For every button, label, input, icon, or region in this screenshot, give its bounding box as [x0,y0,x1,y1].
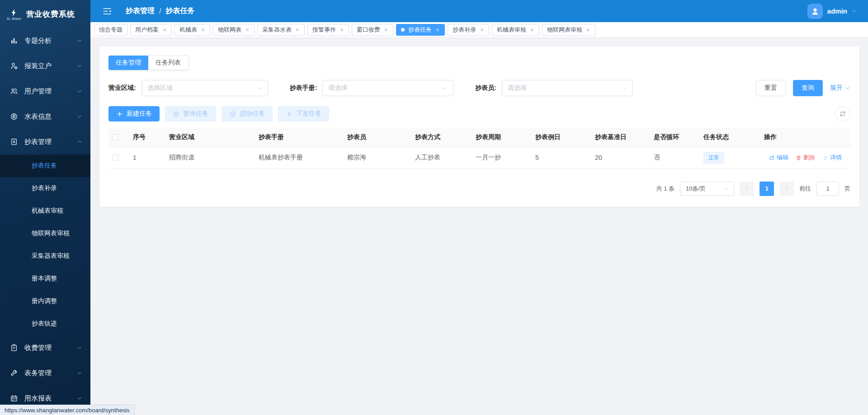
sidebar-item-special-analysis[interactable]: 专题分析 [0,28,90,53]
region-select-placeholder: 选择区域 [147,84,173,92]
current-page-button[interactable]: 1 [760,182,774,196]
cell-loop: 否 [650,147,700,168]
status-badge: 正常 [703,152,724,163]
close-icon[interactable] [245,28,250,32]
close-icon[interactable] [586,28,590,32]
filter-actions: 重置 查询 展开 [756,80,850,96]
chevron-right-icon [822,155,828,161]
prev-page-button[interactable] [740,182,754,196]
open-tab[interactable]: 综合专题 [94,24,127,36]
app-title: 营业收费系统 [26,9,75,19]
select-all-cell [108,128,129,147]
cell-method: 人工抄表 [411,147,472,168]
clipboard-icon [10,344,18,352]
open-tab[interactable]: 报警事件 [307,24,349,36]
delete-link[interactable]: 删除 [796,154,815,162]
close-icon[interactable] [435,28,440,32]
goto-page-input[interactable] [816,182,839,196]
row-checkbox[interactable] [112,154,118,161]
region-select[interactable]: 选择区域 [142,80,268,96]
sidebar-subitem-label: 册内调整 [32,297,57,305]
sidebar-subitem[interactable]: 册本调整 [0,267,90,290]
column-header: 抄表员 [344,128,411,147]
create-task-button[interactable]: 新建任务 [108,106,160,121]
open-tab[interactable]: 机械表审核 [492,24,539,36]
sidebar-subitem[interactable]: 抄表任务 [0,154,90,177]
close-icon[interactable] [162,28,167,32]
edit-link[interactable]: 编辑 [769,154,788,162]
sidebar-item-meter-info[interactable]: 水表信息 [0,104,90,129]
avatar [807,4,823,19]
close-icon[interactable] [480,28,484,32]
sidebar-item-installation[interactable]: 报装立户 [0,53,90,79]
search-button[interactable]: 查询 [793,80,823,96]
app-logo: SL.Water 营业收费系统 [0,0,90,28]
top-header: 抄表管理 / 抄表任务 admin [90,0,868,22]
close-icon[interactable] [340,28,344,32]
sidebar-subitem[interactable]: 册内调整 [0,290,90,312]
wrench-icon [10,369,18,377]
expand-link[interactable]: 展开 [830,84,850,92]
cell-cycle: 一月一抄 [472,147,532,168]
sidebar-subitem[interactable]: 抄表补录 [0,177,90,200]
download-icon [286,111,292,117]
reader-select[interactable]: 请选择 [502,80,633,96]
start-task-button[interactable]: 启动任务 [222,106,273,121]
close-icon[interactable] [295,28,300,32]
close-icon[interactable] [201,28,205,32]
sidebar-item-label: 水表信息 [24,112,52,121]
tab-task-list[interactable]: 任务列表 [148,56,189,70]
start-task-label: 启动任务 [240,110,265,118]
pause-task-button[interactable]: 暂停任务 [165,106,216,121]
sidebar-item-user-mgmt[interactable]: 用户管理 [0,79,90,104]
delete-label: 删除 [803,154,815,162]
book-select-placeholder: 请选择 [328,84,347,92]
tab-task-manage[interactable]: 任务管理 [108,56,148,70]
chevron-left-icon [744,186,750,191]
open-tab[interactable]: 抄表补录 [448,24,489,36]
sidebar-subitem[interactable]: 机械表审核 [0,200,90,222]
chevron-down-icon [622,85,627,91]
dispatch-task-button[interactable]: 下发任务 [278,106,329,121]
open-tab[interactable]: 物联网表 [213,24,255,36]
sidebar-item-meter-affairs[interactable]: 表务管理 [0,360,90,386]
sidebar-subitem[interactable]: 物联网表审核 [0,222,90,245]
menu-collapse-icon[interactable] [102,6,112,16]
next-page-button[interactable] [779,182,794,196]
chevron-down-icon [845,85,850,91]
user-menu[interactable]: admin [807,4,856,19]
sidebar-subitem[interactable]: 采集器表审核 [0,245,90,267]
sidebar-item-label: 报装立户 [24,62,52,70]
open-tab[interactable]: 抄表任务 [396,24,445,36]
sidebar-item-fee-mgmt[interactable]: 收费管理 [0,335,90,360]
breadcrumb-parent[interactable]: 抄表管理 [126,6,155,16]
task-table: 序号营业区域抄表手册抄表员抄表方式抄表周期抄表例日抄表基准日是否循环任务状态操作… [108,128,850,169]
open-tab[interactable]: 窗口收费 [352,24,393,36]
open-tab-label: 物联网表审核 [547,26,582,34]
breadcrumb-separator: / [159,7,161,15]
sidebar-item-label: 用户管理 [24,87,52,96]
sidebar-item-meter-reading-mgmt[interactable]: 抄表管理 [0,129,90,154]
page-size-select[interactable]: 10条/页 [680,182,734,196]
chevron-up-icon [77,139,82,145]
open-tab-label: 采集器水表 [262,26,292,34]
chevron-down-icon [77,345,82,350]
open-tab[interactable]: 用户档案 [130,24,172,36]
chevron-right-icon [784,186,789,191]
book-select[interactable]: 请选择 [322,80,453,96]
page-size-value: 10条/页 [686,185,706,193]
pause-circle-icon [173,111,179,117]
sidebar-subitem[interactable]: 抄表轨迹 [0,312,90,335]
open-tab[interactable]: 机械表 [175,24,210,36]
select-all-checkbox[interactable] [112,134,118,140]
open-tab-label: 用户档案 [135,26,159,34]
row-actions: 编辑 删除 详情 [764,154,847,162]
refresh-button[interactable] [835,106,850,121]
detail-link[interactable]: 详情 [822,154,842,162]
open-tab[interactable]: 物联网表审核 [542,24,595,36]
sidebar: SL.Water 营业收费系统 专题分析 报装立户 用户管理 水表信息 抄表管理… [0,0,90,415]
reset-button[interactable]: 重置 [756,80,786,96]
open-tab[interactable]: 采集器水表 [257,24,305,36]
close-icon[interactable] [530,28,534,32]
close-icon[interactable] [384,28,388,32]
